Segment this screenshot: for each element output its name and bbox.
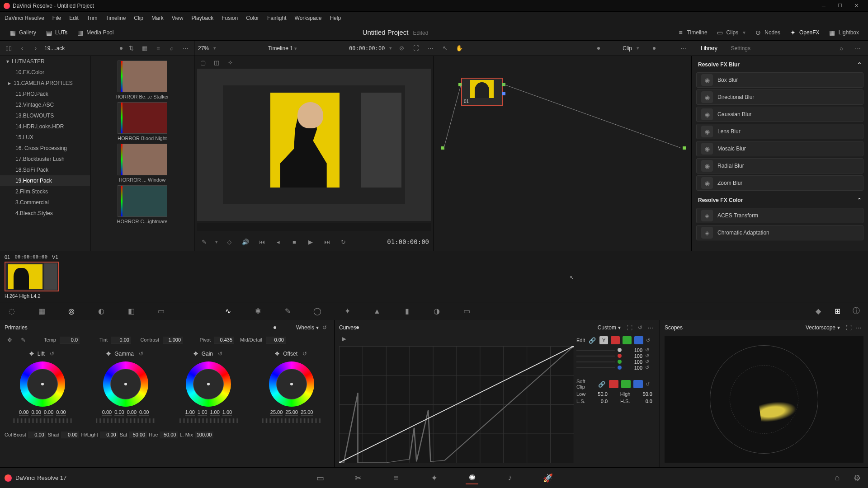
library-tab[interactable]: Library [697,43,721,53]
lut-folder-2-film-stocks[interactable]: 2.Film.Stocks [0,186,90,197]
fx-aces-transform[interactable]: ◈ACES Transform [696,208,863,223]
lut-folder-19-horror-pack[interactable]: 19.Horror Pack [0,175,90,186]
wheel-adjust-icon[interactable]: ✥ [106,351,111,357]
scopes-expand-button[interactable]: ⛶ [844,323,854,333]
curves-expand-button[interactable]: ⛶ [624,323,634,333]
curves-options-button[interactable]: ⋯ [645,323,655,333]
channel-reset-icon[interactable]: ↺ [645,353,652,359]
lut-thumbnail[interactable] [118,185,167,217]
blur-tool[interactable]: ▮ [401,306,412,317]
intensity-slider[interactable] [576,356,615,357]
timeline-name[interactable]: Timeline 1 [268,45,293,52]
fx-search-button[interactable]: ⌕ [836,43,846,53]
wheel-value[interactable]: 0.00 [31,409,41,416]
primaries-pager-dot[interactable] [274,326,276,329]
wheel-value[interactable]: 0.00 [102,409,112,416]
next-clip-button[interactable]: ⏭ [322,237,332,247]
bypass-button[interactable]: ⊘ [396,43,406,53]
gallery-button[interactable]: ▦Gallery [5,27,41,38]
wheel-reset-icon[interactable]: ↺ [48,351,56,357]
lut-folder-12-vintage-asc[interactable]: 12.Vintage.ASC [0,99,90,110]
high-value[interactable]: 50.0 [634,391,652,397]
color-page-button[interactable]: ✺ [466,472,478,484]
viewer-canvas[interactable] [197,69,431,221]
primaries-mode-selector[interactable]: Wheels ▾ [296,324,319,331]
minimize-button[interactable]: ─ [816,1,832,11]
wheel-value[interactable]: 25.00 [270,409,283,416]
openfx-button[interactable]: ✦OpenFX [785,27,824,38]
lmix-value[interactable]: 100.00 [195,432,214,438]
wheel-value[interactable]: 25.00 [301,409,313,416]
channel-reset-icon[interactable]: ↺ [645,359,652,365]
home-button[interactable]: ⌂ [831,472,844,484]
color-warper-tool[interactable]: ✱ [252,306,263,317]
menu-trim[interactable]: Trim [87,15,98,21]
hue-value[interactable]: 50.00 [160,432,178,438]
lut-folder-11-camera-profiles[interactable]: ▸ 11.CAMERA.PROFILES [0,78,90,89]
prev-clip-button[interactable]: ⏮ [257,237,267,247]
fx-box-blur[interactable]: ◉Box Blur [696,72,863,88]
lut-thumbnail[interactable] [118,102,167,134]
wheel-value[interactable]: 0.00 [139,409,149,416]
sc-r-chip[interactable] [609,380,618,388]
primaries-tool[interactable]: ◎ [66,306,77,317]
unknown-transport-icon[interactable]: ◇ [224,237,234,247]
nodes-button[interactable]: ⊙Nodes [750,27,785,38]
softclip-reset-icon[interactable]: ↺ [646,381,652,387]
stop-button[interactable]: ■ [289,237,299,247]
hdr-tool[interactable]: ◐ [96,306,107,317]
wheel-value[interactable]: 1.00 [198,409,207,416]
play-button[interactable]: ▶ [306,237,316,247]
node-01-output[interactable] [502,83,505,86]
fx-directional-blur[interactable]: ◉Directional Blur [696,89,863,105]
luts-button[interactable]: ▤LUTs [41,27,72,38]
low-value[interactable]: 50.0 [590,391,608,397]
intensity-slider[interactable] [576,367,615,368]
intensity-slider[interactable] [576,350,615,351]
step-back-button[interactable]: ◂ [273,237,283,247]
highlight-mode-button[interactable]: ▢ [198,57,208,67]
lut-thumbnail[interactable] [118,144,167,175]
wheel-value[interactable]: 1.00 [210,409,219,416]
offset-jog[interactable] [262,418,321,423]
clips-button[interactable]: ▭Clips▾ [712,27,750,38]
wheel-value[interactable]: 0.00 [19,409,28,416]
contrast-value[interactable]: 1.000 [163,337,183,343]
lut-folder-15-lux[interactable]: 15.LUX [0,132,90,143]
hilight-value[interactable]: 0.00 [100,432,118,438]
menu-fusion[interactable]: Fusion [222,15,238,21]
intensity-slider[interactable] [576,361,615,362]
scopes-options-button[interactable]: ⋯ [854,323,863,333]
node-01-input[interactable] [458,83,462,86]
edit-g-chip[interactable] [623,336,632,344]
graph-output-handle[interactable] [683,146,686,150]
lut-folder-13-blowouts[interactable]: 13.BLOWOUTS [0,110,90,121]
node-options-button[interactable]: ⋯ [678,43,688,53]
menu-help[interactable]: Help [330,15,341,21]
fairlight-page-button[interactable]: ♪ [504,472,516,484]
temp-value[interactable]: 0.0 [60,337,80,343]
edit-r-chip[interactable] [611,336,620,344]
curves-pager-dot[interactable] [356,326,359,329]
mediapool-button[interactable]: ▥Media Pool [72,27,118,38]
edit-page-button[interactable]: ≡ [390,472,402,484]
options-button[interactable]: ⋯ [180,43,190,53]
sizing-tool[interactable]: ▭ [461,306,472,317]
project-settings-button[interactable]: ⚙ [851,472,863,484]
menu-color[interactable]: Color [246,15,259,21]
deliver-page-button[interactable]: 🚀 [542,472,554,484]
camera-raw-tool[interactable]: ◌ [6,306,17,317]
middetail-value[interactable]: 0.00 [266,337,286,343]
menu-timeline[interactable]: Timeline [105,15,126,21]
window-tool[interactable]: ◯ [312,306,323,317]
lut-folder-10-fx-color[interactable]: 10.FX.Color [0,67,90,78]
fx-blur-section[interactable]: Resolve FX Blur⌃ [696,59,863,70]
viewer-options-button[interactable]: ⋯ [425,43,435,53]
magic-mask-button[interactable]: ✧ [225,57,235,67]
fx-color-section[interactable]: Resolve FX Color⌃ [696,194,863,206]
lut-thumbnail[interactable] [118,61,167,92]
menu-fairlight[interactable]: Fairlight [267,15,287,21]
node-graph[interactable]: 01 [434,56,692,251]
fx-lens-blur[interactable]: ◉Lens Blur [696,124,863,139]
curve-histogram-toggle[interactable]: ▶ [339,333,349,343]
